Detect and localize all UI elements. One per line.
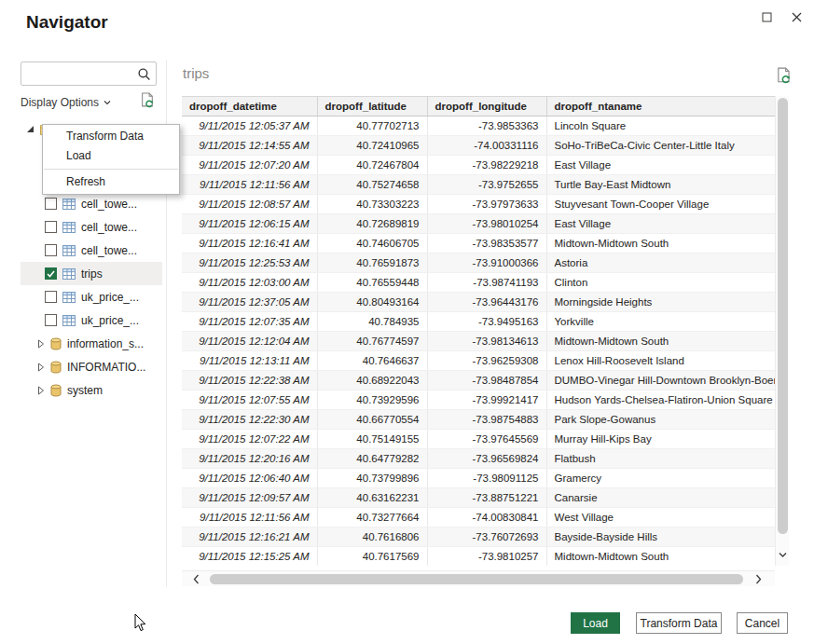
table-row: 9/11/2015 12:07:35 AM40.784935-73.949516… <box>182 312 775 332</box>
expanded-triangle-icon[interactable] <box>26 125 34 133</box>
cell: 9/11/2015 12:22:30 AM <box>182 410 317 430</box>
tree-item-cell-towe[interactable]: cell_towe... <box>21 239 162 262</box>
menu-item-refresh[interactable]: Refresh <box>43 172 179 192</box>
cell: 40.72410965 <box>317 136 427 156</box>
vertical-scrollbar[interactable] <box>775 96 789 566</box>
menu-item-load[interactable]: Load <box>43 146 179 166</box>
cell: 40.73929596 <box>317 391 427 410</box>
load-button[interactable]: Load <box>571 612 620 634</box>
cell: 40.7616806 <box>317 528 427 547</box>
cell: East Village <box>546 156 775 175</box>
refresh-preview-icon[interactable] <box>140 92 157 109</box>
cell: -73.98091125 <box>427 469 546 488</box>
database-icon <box>50 384 62 397</box>
preview-table: dropoff_datetimedropoff_latitudedropoff_… <box>182 96 775 566</box>
tree-item-informatio[interactable]: INFORMATIO... <box>21 355 162 378</box>
horizontal-scrollbar-thumb[interactable] <box>210 574 743 584</box>
tree-item-uk-price[interactable]: uk_price_... <box>21 308 162 332</box>
table-icon <box>62 315 76 326</box>
cell: Bayside-Bayside Hills <box>546 528 775 547</box>
cell: 40.7646637 <box>317 351 427 371</box>
preview-title: trips <box>183 65 209 81</box>
cell: 40.76774597 <box>317 332 427 351</box>
checkbox[interactable] <box>45 291 57 303</box>
table-row: 9/11/2015 12:06:40 AM40.73799896-73.9809… <box>182 469 775 488</box>
transform-data-button[interactable]: Transform Data <box>636 612 722 634</box>
dialog-title: Navigator <box>26 12 108 33</box>
cell: Clinton <box>546 273 775 293</box>
table-row: 9/11/2015 12:09:57 AM40.63162231-73.8875… <box>182 488 775 508</box>
table-row: 9/11/2015 12:07:22 AM40.75149155-73.9764… <box>182 430 775 449</box>
checkbox[interactable] <box>45 244 57 256</box>
cell: 40.76559448 <box>317 273 427 293</box>
context-menu: Transform DataLoadRefresh <box>42 124 180 195</box>
chevron-right-icon[interactable] <box>37 339 45 349</box>
table-row: 9/11/2015 12:13:11 AM40.7646637-73.96259… <box>182 351 775 371</box>
table-row: 9/11/2015 12:20:16 AM40.64779282-73.9656… <box>182 449 775 469</box>
cell: Turtle Bay-East Midtown <box>546 175 775 195</box>
tree-item-cell-towe[interactable]: cell_towe... <box>21 192 162 215</box>
table-icon <box>62 245 76 256</box>
tree-item-system[interactable]: system <box>21 378 162 402</box>
cell: Midtown-Midtown South <box>546 234 775 253</box>
cancel-button[interactable]: Cancel <box>737 612 788 634</box>
table-icon <box>62 199 76 210</box>
tree-item-label: trips <box>81 267 103 281</box>
tree-item-label: INFORMATIO... <box>67 361 145 374</box>
checkbox[interactable] <box>45 221 57 233</box>
scroll-down-icon[interactable] <box>779 545 787 562</box>
checkbox[interactable] <box>45 198 57 210</box>
cell: 9/11/2015 12:07:22 AM <box>182 430 317 449</box>
cell: 9/11/2015 12:12:04 AM <box>182 332 317 351</box>
scroll-left-icon[interactable] <box>193 574 200 584</box>
cell: Gramercy <box>546 469 775 488</box>
cell: -73.98134613 <box>427 332 546 351</box>
cell: -73.96569824 <box>427 449 546 469</box>
database-icon <box>50 337 62 350</box>
table-row: 9/11/2015 12:06:15 AM40.72689819-73.9801… <box>182 214 775 234</box>
cell: West Village <box>546 508 775 528</box>
cell: 9/11/2015 12:09:57 AM <box>182 488 317 508</box>
table-row: 9/11/2015 12:12:04 AM40.76774597-73.9813… <box>182 332 775 351</box>
cell: 9/11/2015 12:11:56 AM <box>182 508 317 528</box>
cell: -73.98353577 <box>427 234 546 253</box>
refresh-preview-icon[interactable] <box>776 67 793 84</box>
table-row: 9/11/2015 12:22:38 AM40.68922043-73.9848… <box>182 371 775 391</box>
search-input[interactable] <box>21 62 156 85</box>
chevron-right-icon[interactable] <box>37 386 45 395</box>
search-icon[interactable] <box>137 67 151 85</box>
cell: Canarsie <box>546 488 775 508</box>
checkbox[interactable] <box>45 314 57 326</box>
column-header-dropoff_latitude: dropoff_latitude <box>317 97 427 116</box>
cell: 40.63162231 <box>317 488 427 508</box>
tree-item-uk-price[interactable]: uk_price_... <box>21 285 162 308</box>
scroll-right-icon[interactable] <box>755 574 762 584</box>
horizontal-scrollbar[interactable] <box>182 570 775 586</box>
checkbox[interactable] <box>45 267 57 280</box>
cell: 40.68922043 <box>317 371 427 391</box>
cell: Lenox Hill-Roosevelt Island <box>546 351 775 371</box>
cell: 40.7617569 <box>317 547 427 567</box>
cell: Flatbush <box>546 449 775 469</box>
display-options-label: Display Options <box>21 96 99 109</box>
cell: 9/11/2015 12:15:25 AM <box>182 547 317 567</box>
tree-item-cell-towe[interactable]: cell_towe... <box>21 215 162 239</box>
cell: 40.73277664 <box>317 508 427 528</box>
menu-item-transform-data[interactable]: Transform Data <box>43 127 179 146</box>
vertical-scrollbar-thumb[interactable] <box>778 98 788 534</box>
close-button[interactable] <box>782 5 810 29</box>
maximize-icon <box>762 12 772 22</box>
mouse-cursor <box>134 613 147 637</box>
cell: Lincoln Square <box>546 116 775 136</box>
cell: 9/11/2015 12:06:40 AM <box>182 469 317 488</box>
display-options-dropdown[interactable]: Display Options <box>21 94 157 111</box>
preview-table-area: dropoff_datetimedropoff_latitudedropoff_… <box>182 96 775 566</box>
maximize-button[interactable] <box>752 5 780 29</box>
column-header-dropoff_datetime: dropoff_datetime <box>182 97 317 116</box>
tree-item-information-s[interactable]: information_s... <box>21 332 162 355</box>
tree-item-trips[interactable]: trips <box>21 262 162 285</box>
cell: -73.98487854 <box>427 371 546 391</box>
chevron-right-icon[interactable] <box>37 363 45 372</box>
cell: -73.97973633 <box>427 195 546 214</box>
table-row: 9/11/2015 12:11:56 AM40.73277664-74.0083… <box>182 508 775 528</box>
